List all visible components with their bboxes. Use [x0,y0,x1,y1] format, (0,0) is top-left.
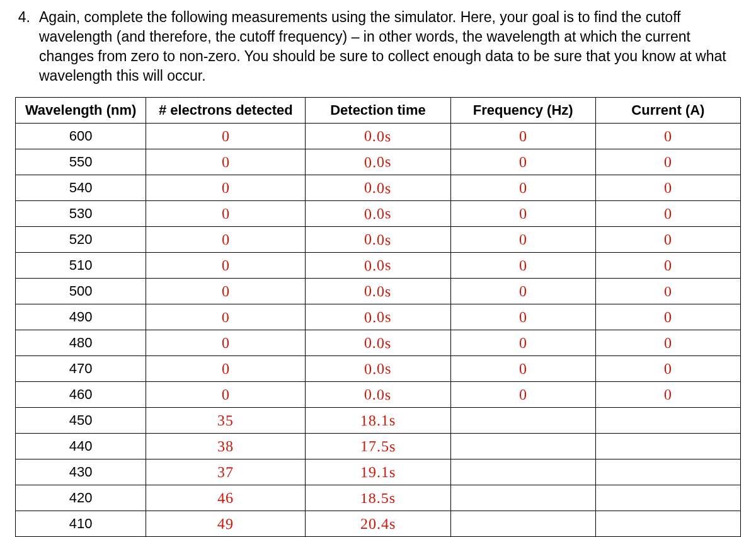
col-frequency: Frequency (Hz) [450,98,595,124]
handwritten-value: 19.1s [360,464,396,481]
handwritten-value: 0 [664,205,672,222]
cell-value: 540 [69,180,93,195]
cell-value: 600 [69,128,93,144]
cell-value: 480 [69,335,93,350]
cell-frequency: 0 [450,279,595,304]
col-electrons: # electrons detected [146,98,306,124]
handwritten-value: 0 [222,386,230,403]
handwritten-value: 0 [664,361,672,378]
cell-current [595,485,740,511]
cell-frequency: 0 [450,149,595,175]
handwritten-value: 0.0s [364,127,392,145]
cell-time: 0.0s [306,279,450,304]
cell-frequency: 0 [450,330,595,356]
table-row: 46000.0s00 [16,382,741,408]
handwritten-value: 0 [221,128,230,145]
cell-value: 430 [69,464,93,480]
cell-wavelength: 520 [16,227,146,253]
cell-time: 0.0s [306,304,450,330]
handwritten-value: 0 [222,283,230,300]
cell-wavelength: 430 [16,459,146,485]
cell-wavelength: 470 [16,356,146,382]
handwritten-value: 0 [664,128,673,145]
handwritten-value: 0 [222,309,230,326]
cell-frequency: 0 [450,124,595,149]
handwritten-value: 0.0s [364,153,392,171]
cell-frequency: 0 [450,175,595,201]
cell-time: 0.0s [306,356,450,382]
handwritten-value: 0 [664,335,672,352]
cell-current: 0 [595,149,740,175]
cell-value: 520 [69,231,93,247]
cell-current: 0 [595,356,740,382]
table-row: 50000.0s00 [16,279,741,304]
cell-wavelength: 540 [16,175,146,201]
table-row: 47000.0s00 [16,356,741,382]
cell-wavelength: 600 [16,124,146,149]
cell-current [595,434,740,459]
handwritten-value: 0 [519,154,527,171]
question-text: Again, complete the following measuremen… [39,8,741,86]
handwritten-value: 0.0s [364,179,392,197]
handwritten-value: 0.0s [364,282,392,300]
cell-time: 0.0s [306,330,450,356]
handwritten-value: 0 [221,154,230,171]
handwritten-value: 0 [519,128,527,145]
cell-frequency [450,434,595,459]
handwritten-value: 0.0s [364,231,392,248]
cell-electrons: 0 [146,356,306,382]
cell-time: 0.0s [306,175,450,201]
handwritten-value: 0 [664,386,673,403]
cell-electrons: 35 [146,408,306,434]
handwritten-value: 0 [664,231,672,248]
cell-frequency [450,459,595,485]
handwritten-value: 0 [664,309,672,326]
cell-frequency: 0 [450,227,595,253]
cell-time: 0.0s [306,124,450,149]
cell-current [595,459,740,485]
handwritten-value: 46 [217,489,234,507]
handwritten-value: 0 [518,205,527,222]
cell-current: 0 [595,304,740,330]
handwritten-value: 49 [217,515,234,533]
cell-electrons: 37 [146,459,306,485]
cell-time: 0.0s [306,253,450,279]
cell-frequency [450,485,595,511]
handwritten-value: 0 [518,386,527,403]
handwritten-value: 0 [518,360,527,377]
handwritten-value: 0 [518,283,527,300]
handwritten-value: 17.5s [360,437,396,455]
col-current: Current (A) [595,98,740,124]
cell-frequency: 0 [450,253,595,279]
cell-frequency: 0 [450,201,595,227]
cell-current [595,408,740,434]
handwritten-value: 0 [222,361,230,378]
cell-current [595,511,740,537]
handwritten-value: 0.0s [364,334,392,352]
handwritten-value: 0 [222,335,230,352]
cell-electrons: 0 [146,124,306,149]
page: 4. Again, complete the following measure… [0,0,756,537]
cell-wavelength: 460 [16,382,146,408]
cell-value: 420 [69,490,93,505]
handwritten-value: 0 [664,180,673,197]
cell-wavelength: 440 [16,434,146,459]
cell-value: 510 [69,257,93,273]
cell-time: 20.4s [306,511,450,537]
cell-current: 0 [595,279,740,304]
cell-value: 490 [69,309,93,325]
handwritten-value: 0.0s [364,205,392,222]
cell-wavelength: 420 [16,485,146,511]
handwritten-value: 0.0s [364,308,392,326]
cell-current: 0 [595,201,740,227]
cell-wavelength: 490 [16,304,146,330]
handwritten-value: 0 [222,257,230,274]
cell-value: 500 [69,283,93,299]
cell-wavelength: 530 [16,201,146,227]
table-row: 52000.0s00 [16,227,741,253]
handwritten-value: 0 [222,231,230,248]
handwritten-value: 0.0s [364,257,392,274]
cell-time: 18.1s [306,408,450,434]
cell-time: 0.0s [306,382,450,408]
cell-wavelength: 510 [16,253,146,279]
